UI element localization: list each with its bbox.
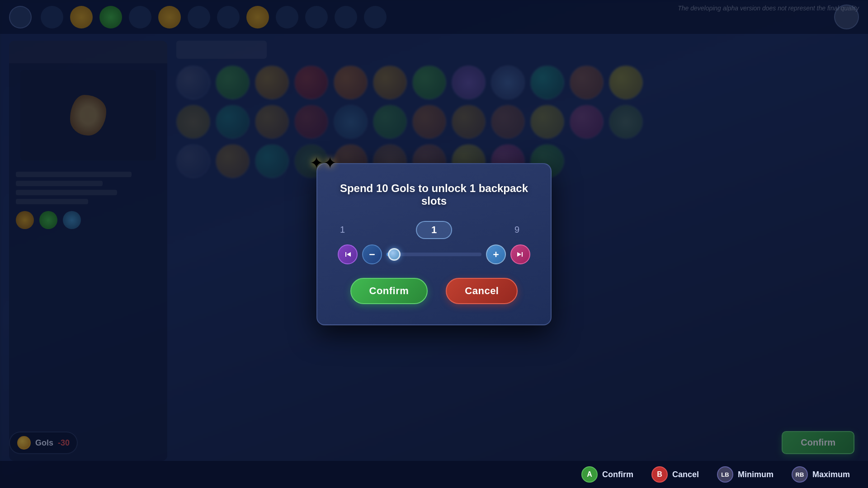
slider-max: 9 (514, 225, 528, 235)
bottom-maximum-action: RB Maximum (792, 466, 850, 483)
modal-wrapper: ✦✦ Spend 10 Gols to unlock 1 backpack sl… (0, 0, 868, 488)
svg-rect-2 (495, 252, 497, 257)
modal-buttons: Confirm Cancel (338, 278, 530, 304)
bottom-minimum-label: Minimum (738, 470, 774, 479)
slider-min: 1 (340, 225, 354, 235)
modal-cancel-button[interactable]: Cancel (446, 278, 518, 304)
modal-container: ✦✦ Spend 10 Gols to unlock 1 backpack sl… (316, 163, 552, 325)
bottom-confirm-label: Confirm (602, 470, 633, 479)
bottom-cancel-label: Cancel (672, 470, 699, 479)
bottom-bar: A Confirm B Cancel LB Minimum RB Maximum (0, 461, 868, 488)
slider-track-wrap[interactable] (387, 244, 481, 264)
skip-forward-button[interactable] (510, 244, 530, 264)
bottom-maximum-label: Maximum (812, 470, 850, 479)
bottom-cancel-action: B Cancel (651, 466, 699, 483)
a-button-icon[interactable]: A (581, 466, 598, 483)
svg-rect-0 (369, 254, 375, 255)
rb-button-icon[interactable]: RB (792, 466, 808, 483)
b-button-icon[interactable]: B (651, 466, 668, 483)
slider-controls (338, 244, 530, 264)
skip-back-button[interactable] (338, 244, 358, 264)
slider-track[interactable] (387, 253, 481, 256)
slider-section: 1 1 9 (338, 221, 530, 264)
modal-confirm-button[interactable]: Confirm (350, 278, 428, 304)
slider-numbers: 1 1 9 (338, 221, 530, 239)
lb-button-icon[interactable]: LB (717, 466, 733, 483)
decrement-button[interactable] (362, 244, 382, 264)
slider-current-value: 1 (416, 221, 452, 239)
modal-title: Spend 10 Gols to unlock 1 backpack slots (338, 182, 530, 207)
bottom-minimum-action: LB Minimum (717, 466, 774, 483)
modal-dialog: Spend 10 Gols to unlock 1 backpack slots… (316, 163, 552, 325)
slider-thumb[interactable] (388, 248, 401, 261)
increment-button[interactable] (486, 244, 506, 264)
star-decoration-icon: ✦✦ (310, 155, 337, 171)
bottom-confirm-action: A Confirm (581, 466, 633, 483)
